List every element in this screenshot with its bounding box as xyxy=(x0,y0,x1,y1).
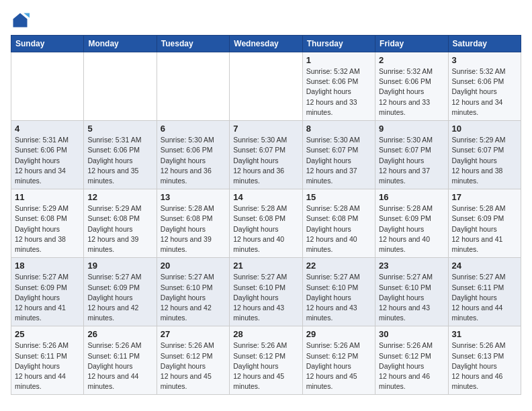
day-detail: Sunrise: 5:26 AMSunset: 6:13 PMDaylight … xyxy=(452,340,517,392)
day-detail: Sunrise: 5:27 AMSunset: 6:10 PMDaylight … xyxy=(161,272,226,323)
day-detail: Sunrise: 5:28 AMSunset: 6:08 PMDaylight … xyxy=(161,203,226,255)
calendar-cell: 24Sunrise: 5:27 AMSunset: 6:11 PMDayligh… xyxy=(448,258,521,326)
calendar-cell: 23Sunrise: 5:27 AMSunset: 6:10 PMDayligh… xyxy=(375,258,448,326)
day-number: 26 xyxy=(87,329,152,339)
calendar-cell: 13Sunrise: 5:28 AMSunset: 6:08 PMDayligh… xyxy=(157,189,229,258)
day-detail: Sunrise: 5:29 AMSunset: 6:08 PMDaylight … xyxy=(87,203,152,255)
day-number: 14 xyxy=(233,192,298,202)
calendar-cell: 15Sunrise: 5:28 AMSunset: 6:08 PMDayligh… xyxy=(302,189,375,258)
day-number: 29 xyxy=(306,329,371,339)
day-number: 3 xyxy=(452,55,517,65)
day-detail: Sunrise: 5:32 AMSunset: 6:06 PMDaylight … xyxy=(306,66,371,118)
day-number: 21 xyxy=(233,261,298,271)
logo xyxy=(11,11,32,30)
calendar-cell: 2Sunrise: 5:32 AMSunset: 6:06 PMDaylight… xyxy=(375,52,448,121)
day-detail: Sunrise: 5:27 AMSunset: 6:09 PMDaylight … xyxy=(15,272,80,323)
calendar-cell: 11Sunrise: 5:29 AMSunset: 6:08 PMDayligh… xyxy=(11,189,84,258)
day-number: 24 xyxy=(452,261,517,271)
calendar-cell: 6Sunrise: 5:30 AMSunset: 6:06 PMDaylight… xyxy=(157,121,229,189)
day-detail: Sunrise: 5:28 AMSunset: 6:09 PMDaylight … xyxy=(452,203,517,255)
calendar-cell xyxy=(230,52,302,121)
day-number: 16 xyxy=(379,192,444,202)
weekday-header-monday: Monday xyxy=(84,36,157,52)
day-detail: Sunrise: 5:29 AMSunset: 6:08 PMDaylight … xyxy=(15,203,80,255)
day-detail: Sunrise: 5:27 AMSunset: 6:10 PMDaylight … xyxy=(379,272,444,323)
day-number: 5 xyxy=(87,124,152,134)
day-detail: Sunrise: 5:30 AMSunset: 6:06 PMDaylight … xyxy=(161,135,226,186)
calendar-cell: 29Sunrise: 5:26 AMSunset: 6:12 PMDayligh… xyxy=(302,326,375,395)
calendar-cell: 12Sunrise: 5:29 AMSunset: 6:08 PMDayligh… xyxy=(84,189,157,258)
calendar-cell: 22Sunrise: 5:27 AMSunset: 6:10 PMDayligh… xyxy=(302,258,375,326)
calendar-cell: 16Sunrise: 5:28 AMSunset: 6:09 PMDayligh… xyxy=(375,189,448,258)
weekday-header-tuesday: Tuesday xyxy=(157,36,229,52)
day-detail: Sunrise: 5:27 AMSunset: 6:11 PMDaylight … xyxy=(452,272,517,323)
day-number: 10 xyxy=(452,124,517,134)
calendar-week-3: 11Sunrise: 5:29 AMSunset: 6:08 PMDayligh… xyxy=(11,189,521,258)
calendar-cell xyxy=(84,52,157,121)
calendar-cell: 21Sunrise: 5:27 AMSunset: 6:10 PMDayligh… xyxy=(230,258,302,326)
weekday-header-row: SundayMondayTuesdayWednesdayThursdayFrid… xyxy=(11,36,521,52)
day-detail: Sunrise: 5:31 AMSunset: 6:06 PMDaylight … xyxy=(87,135,152,186)
calendar-cell: 14Sunrise: 5:28 AMSunset: 6:08 PMDayligh… xyxy=(230,189,302,258)
calendar-cell: 18Sunrise: 5:27 AMSunset: 6:09 PMDayligh… xyxy=(11,258,84,326)
day-detail: Sunrise: 5:29 AMSunset: 6:07 PMDaylight … xyxy=(452,135,517,186)
calendar-week-1: 1Sunrise: 5:32 AMSunset: 6:06 PMDaylight… xyxy=(11,52,521,121)
day-number: 2 xyxy=(379,55,444,65)
weekday-header-wednesday: Wednesday xyxy=(230,36,302,52)
day-detail: Sunrise: 5:30 AMSunset: 6:07 PMDaylight … xyxy=(306,135,371,186)
calendar-cell: 28Sunrise: 5:26 AMSunset: 6:12 PMDayligh… xyxy=(230,326,302,395)
day-number: 6 xyxy=(161,124,226,134)
calendar-cell: 31Sunrise: 5:26 AMSunset: 6:13 PMDayligh… xyxy=(448,326,521,395)
day-number: 18 xyxy=(15,261,80,271)
day-number: 23 xyxy=(379,261,444,271)
calendar-cell: 5Sunrise: 5:31 AMSunset: 6:06 PMDaylight… xyxy=(84,121,157,189)
calendar-table: SundayMondayTuesdayWednesdayThursdayFrid… xyxy=(11,35,521,395)
day-number: 28 xyxy=(233,329,298,339)
calendar-cell: 4Sunrise: 5:31 AMSunset: 6:06 PMDaylight… xyxy=(11,121,84,189)
day-number: 15 xyxy=(306,192,371,202)
calendar-cell xyxy=(11,52,84,121)
calendar-cell: 3Sunrise: 5:32 AMSunset: 6:06 PMDaylight… xyxy=(448,52,521,121)
day-detail: Sunrise: 5:28 AMSunset: 6:09 PMDaylight … xyxy=(379,203,444,255)
calendar-week-5: 25Sunrise: 5:26 AMSunset: 6:11 PMDayligh… xyxy=(11,326,521,395)
day-detail: Sunrise: 5:32 AMSunset: 6:06 PMDaylight … xyxy=(452,66,517,118)
day-detail: Sunrise: 5:30 AMSunset: 6:07 PMDaylight … xyxy=(233,135,298,186)
day-detail: Sunrise: 5:26 AMSunset: 6:12 PMDaylight … xyxy=(233,340,298,392)
calendar-cell: 30Sunrise: 5:26 AMSunset: 6:12 PMDayligh… xyxy=(375,326,448,395)
day-number: 1 xyxy=(306,55,371,65)
calendar-cell: 7Sunrise: 5:30 AMSunset: 6:07 PMDaylight… xyxy=(230,121,302,189)
calendar-cell: 9Sunrise: 5:30 AMSunset: 6:07 PMDaylight… xyxy=(375,121,448,189)
calendar-cell: 8Sunrise: 5:30 AMSunset: 6:07 PMDaylight… xyxy=(302,121,375,189)
day-detail: Sunrise: 5:27 AMSunset: 6:10 PMDaylight … xyxy=(233,272,298,323)
day-detail: Sunrise: 5:31 AMSunset: 6:06 PMDaylight … xyxy=(15,135,80,186)
day-number: 11 xyxy=(15,192,80,202)
day-detail: Sunrise: 5:26 AMSunset: 6:12 PMDaylight … xyxy=(306,340,371,392)
day-detail: Sunrise: 5:26 AMSunset: 6:12 PMDaylight … xyxy=(161,340,226,392)
day-number: 17 xyxy=(452,192,517,202)
calendar-cell: 20Sunrise: 5:27 AMSunset: 6:10 PMDayligh… xyxy=(157,258,229,326)
calendar-week-2: 4Sunrise: 5:31 AMSunset: 6:06 PMDaylight… xyxy=(11,121,521,189)
day-number: 13 xyxy=(161,192,226,202)
day-detail: Sunrise: 5:30 AMSunset: 6:07 PMDaylight … xyxy=(379,135,444,186)
day-detail: Sunrise: 5:28 AMSunset: 6:08 PMDaylight … xyxy=(233,203,298,255)
day-detail: Sunrise: 5:27 AMSunset: 6:09 PMDaylight … xyxy=(87,272,152,323)
calendar-cell: 25Sunrise: 5:26 AMSunset: 6:11 PMDayligh… xyxy=(11,326,84,395)
day-number: 22 xyxy=(306,261,371,271)
day-number: 20 xyxy=(161,261,226,271)
day-detail: Sunrise: 5:28 AMSunset: 6:08 PMDaylight … xyxy=(306,203,371,255)
calendar-cell: 17Sunrise: 5:28 AMSunset: 6:09 PMDayligh… xyxy=(448,189,521,258)
day-detail: Sunrise: 5:26 AMSunset: 6:11 PMDaylight … xyxy=(87,340,152,392)
calendar-cell: 27Sunrise: 5:26 AMSunset: 6:12 PMDayligh… xyxy=(157,326,229,395)
weekday-header-friday: Friday xyxy=(375,36,448,52)
calendar-cell: 26Sunrise: 5:26 AMSunset: 6:11 PMDayligh… xyxy=(84,326,157,395)
weekday-header-saturday: Saturday xyxy=(448,36,521,52)
calendar-cell: 1Sunrise: 5:32 AMSunset: 6:06 PMDaylight… xyxy=(302,52,375,121)
day-number: 7 xyxy=(233,124,298,134)
svg-marker-0 xyxy=(13,13,28,28)
day-number: 9 xyxy=(379,124,444,134)
day-number: 12 xyxy=(87,192,152,202)
day-detail: Sunrise: 5:27 AMSunset: 6:10 PMDaylight … xyxy=(306,272,371,323)
calendar-week-4: 18Sunrise: 5:27 AMSunset: 6:09 PMDayligh… xyxy=(11,258,521,326)
logo-icon xyxy=(11,11,30,30)
day-detail: Sunrise: 5:32 AMSunset: 6:06 PMDaylight … xyxy=(379,66,444,118)
